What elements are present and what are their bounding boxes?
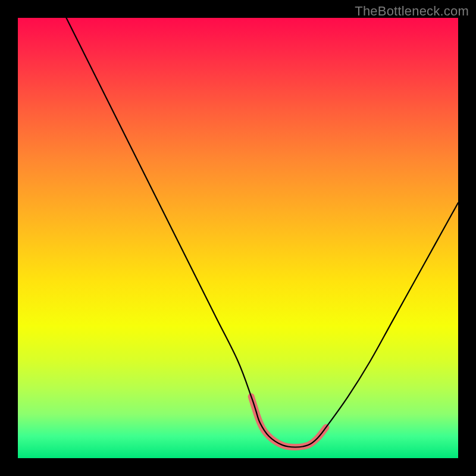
chart-svg bbox=[18, 18, 458, 458]
bottleneck-curve-path bbox=[66, 18, 458, 447]
watermark-text: TheBottleneck.com bbox=[355, 4, 469, 19]
optimal-highlight-path bbox=[251, 396, 326, 447]
plot-area bbox=[18, 18, 458, 458]
chart-frame: TheBottleneck.com bbox=[0, 0, 476, 476]
